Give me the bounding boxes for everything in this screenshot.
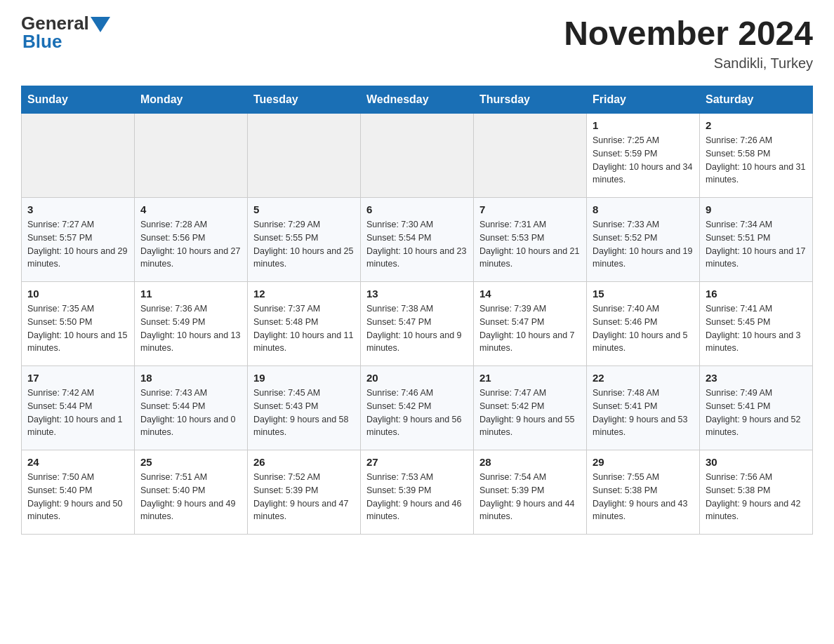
day-info: Sunrise: 7:33 AMSunset: 5:52 PMDaylight:… — [593, 218, 694, 271]
calendar-cell — [361, 114, 474, 198]
day-number: 4 — [140, 203, 241, 215]
calendar-cell: 7Sunrise: 7:31 AMSunset: 5:53 PMDaylight… — [474, 198, 587, 282]
day-info: Sunrise: 7:42 AMSunset: 5:44 PMDaylight:… — [27, 387, 128, 439]
day-info: Sunrise: 7:37 AMSunset: 5:48 PMDaylight:… — [253, 302, 355, 355]
calendar-cell: 23Sunrise: 7:49 AMSunset: 5:41 PMDayligh… — [700, 366, 813, 450]
calendar-cell: 17Sunrise: 7:42 AMSunset: 5:44 PMDayligh… — [22, 366, 135, 450]
calendar-cell — [22, 114, 135, 198]
calendar-cell: 1Sunrise: 7:25 AMSunset: 5:59 PMDaylight… — [587, 114, 700, 198]
calendar-cell: 18Sunrise: 7:43 AMSunset: 5:44 PMDayligh… — [135, 366, 248, 450]
calendar-week-2: 3Sunrise: 7:27 AMSunset: 5:57 PMDaylight… — [22, 198, 813, 282]
header-wednesday: Wednesday — [361, 86, 474, 114]
day-info: Sunrise: 7:43 AMSunset: 5:44 PMDaylight:… — [140, 387, 241, 439]
day-number: 29 — [593, 456, 694, 468]
day-info: Sunrise: 7:39 AMSunset: 5:47 PMDaylight:… — [479, 302, 581, 355]
calendar-cell: 8Sunrise: 7:33 AMSunset: 5:52 PMDaylight… — [587, 198, 700, 282]
calendar-cell: 10Sunrise: 7:35 AMSunset: 5:50 PMDayligh… — [22, 282, 135, 366]
calendar-cell: 13Sunrise: 7:38 AMSunset: 5:47 PMDayligh… — [361, 282, 474, 366]
day-number: 21 — [479, 372, 581, 384]
day-info: Sunrise: 7:41 AMSunset: 5:45 PMDaylight:… — [706, 302, 807, 355]
calendar-cell: 29Sunrise: 7:55 AMSunset: 5:38 PMDayligh… — [587, 450, 700, 535]
calendar-cell: 21Sunrise: 7:47 AMSunset: 5:42 PMDayligh… — [474, 366, 587, 450]
header-sunday: Sunday — [22, 86, 135, 114]
calendar-cell: 4Sunrise: 7:28 AMSunset: 5:56 PMDaylight… — [135, 198, 248, 282]
day-number: 7 — [479, 203, 581, 215]
calendar-cell: 2Sunrise: 7:26 AMSunset: 5:58 PMDaylight… — [700, 114, 813, 198]
day-info: Sunrise: 7:47 AMSunset: 5:42 PMDaylight:… — [479, 387, 581, 439]
header-monday: Monday — [135, 86, 248, 114]
calendar-cell — [248, 114, 361, 198]
calendar-table: SundayMondayTuesdayWednesdayThursdayFrid… — [21, 86, 813, 535]
day-number: 1 — [593, 119, 694, 131]
day-number: 27 — [366, 456, 468, 468]
day-info: Sunrise: 7:30 AMSunset: 5:54 PMDaylight:… — [366, 218, 468, 271]
calendar-cell: 14Sunrise: 7:39 AMSunset: 5:47 PMDayligh… — [474, 282, 587, 366]
day-info: Sunrise: 7:52 AMSunset: 5:39 PMDaylight:… — [253, 471, 355, 523]
calendar-week-1: 1Sunrise: 7:25 AMSunset: 5:59 PMDaylight… — [22, 114, 813, 198]
title-block: November 2024 Sandikli, Turkey — [564, 14, 813, 72]
day-info: Sunrise: 7:50 AMSunset: 5:40 PMDaylight:… — [27, 471, 128, 523]
logo-blue-text: Blue — [22, 32, 110, 51]
day-info: Sunrise: 7:27 AMSunset: 5:57 PMDaylight:… — [27, 218, 128, 271]
day-info: Sunrise: 7:38 AMSunset: 5:47 PMDaylight:… — [366, 302, 468, 355]
day-number: 19 — [253, 372, 355, 384]
day-info: Sunrise: 7:46 AMSunset: 5:42 PMDaylight:… — [366, 387, 468, 439]
day-info: Sunrise: 7:53 AMSunset: 5:39 PMDaylight:… — [366, 471, 468, 523]
day-number: 17 — [27, 372, 128, 384]
day-number: 18 — [140, 372, 241, 384]
calendar-cell: 6Sunrise: 7:30 AMSunset: 5:54 PMDaylight… — [361, 198, 474, 282]
header-thursday: Thursday — [474, 86, 587, 114]
calendar-cell: 11Sunrise: 7:36 AMSunset: 5:49 PMDayligh… — [135, 282, 248, 366]
location-text: Sandikli, Turkey — [564, 55, 813, 72]
calendar-cell: 26Sunrise: 7:52 AMSunset: 5:39 PMDayligh… — [248, 450, 361, 535]
day-info: Sunrise: 7:56 AMSunset: 5:38 PMDaylight:… — [706, 471, 807, 523]
logo: General Blue — [21, 14, 110, 51]
day-number: 16 — [706, 288, 807, 300]
calendar-cell: 5Sunrise: 7:29 AMSunset: 5:55 PMDaylight… — [248, 198, 361, 282]
page-header: General Blue November 2024 Sandikli, Tur… — [21, 14, 813, 72]
day-info: Sunrise: 7:28 AMSunset: 5:56 PMDaylight:… — [140, 218, 241, 271]
day-info: Sunrise: 7:34 AMSunset: 5:51 PMDaylight:… — [706, 218, 807, 271]
day-info: Sunrise: 7:35 AMSunset: 5:50 PMDaylight:… — [27, 302, 128, 355]
day-number: 12 — [253, 288, 355, 300]
calendar-cell: 12Sunrise: 7:37 AMSunset: 5:48 PMDayligh… — [248, 282, 361, 366]
day-number: 28 — [479, 456, 581, 468]
calendar-week-5: 24Sunrise: 7:50 AMSunset: 5:40 PMDayligh… — [22, 450, 813, 535]
day-info: Sunrise: 7:54 AMSunset: 5:39 PMDaylight:… — [479, 471, 581, 523]
day-info: Sunrise: 7:40 AMSunset: 5:46 PMDaylight:… — [593, 302, 694, 355]
logo-triangle-icon — [91, 17, 110, 32]
day-number: 13 — [366, 288, 468, 300]
day-number: 22 — [593, 372, 694, 384]
day-info: Sunrise: 7:25 AMSunset: 5:59 PMDaylight:… — [593, 134, 694, 187]
day-number: 9 — [706, 203, 807, 215]
day-info: Sunrise: 7:36 AMSunset: 5:49 PMDaylight:… — [140, 302, 241, 355]
day-number: 20 — [366, 372, 468, 384]
month-title: November 2024 — [564, 14, 813, 53]
day-number: 15 — [593, 288, 694, 300]
calendar-cell: 19Sunrise: 7:45 AMSunset: 5:43 PMDayligh… — [248, 366, 361, 450]
day-info: Sunrise: 7:51 AMSunset: 5:40 PMDaylight:… — [140, 471, 241, 523]
day-number: 26 — [253, 456, 355, 468]
logo-general-text: General — [21, 14, 89, 32]
calendar-cell: 25Sunrise: 7:51 AMSunset: 5:40 PMDayligh… — [135, 450, 248, 535]
calendar-cell: 15Sunrise: 7:40 AMSunset: 5:46 PMDayligh… — [587, 282, 700, 366]
calendar-cell — [135, 114, 248, 198]
day-number: 3 — [27, 203, 128, 215]
day-number: 24 — [27, 456, 128, 468]
calendar-cell: 9Sunrise: 7:34 AMSunset: 5:51 PMDaylight… — [700, 198, 813, 282]
calendar-cell: 20Sunrise: 7:46 AMSunset: 5:42 PMDayligh… — [361, 366, 474, 450]
day-number: 2 — [706, 119, 807, 131]
day-info: Sunrise: 7:26 AMSunset: 5:58 PMDaylight:… — [706, 134, 807, 187]
day-number: 11 — [140, 288, 241, 300]
calendar-week-3: 10Sunrise: 7:35 AMSunset: 5:50 PMDayligh… — [22, 282, 813, 366]
calendar-cell: 24Sunrise: 7:50 AMSunset: 5:40 PMDayligh… — [22, 450, 135, 535]
calendar-cell: 28Sunrise: 7:54 AMSunset: 5:39 PMDayligh… — [474, 450, 587, 535]
calendar-week-4: 17Sunrise: 7:42 AMSunset: 5:44 PMDayligh… — [22, 366, 813, 450]
day-info: Sunrise: 7:49 AMSunset: 5:41 PMDaylight:… — [706, 387, 807, 439]
header-friday: Friday — [587, 86, 700, 114]
calendar-cell: 27Sunrise: 7:53 AMSunset: 5:39 PMDayligh… — [361, 450, 474, 535]
day-number: 23 — [706, 372, 807, 384]
calendar-cell: 16Sunrise: 7:41 AMSunset: 5:45 PMDayligh… — [700, 282, 813, 366]
day-number: 10 — [27, 288, 128, 300]
day-number: 30 — [706, 456, 807, 468]
